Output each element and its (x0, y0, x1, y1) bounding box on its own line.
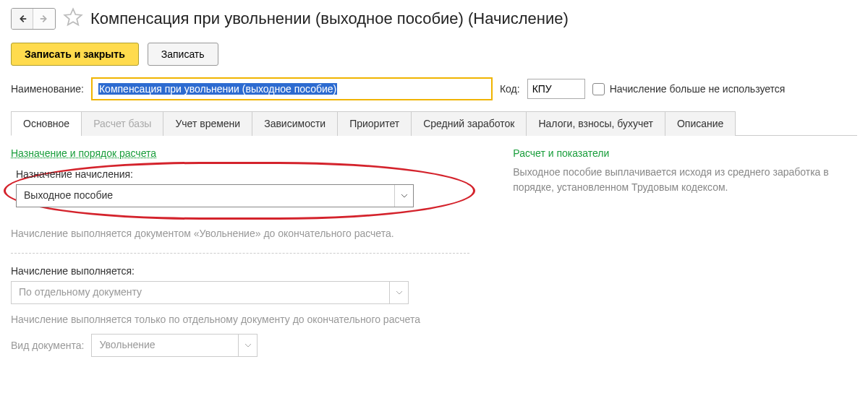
execution-select[interactable]: По отдельному документу (11, 281, 409, 304)
doc-type-select[interactable]: Увольнение (91, 334, 258, 357)
tab-description[interactable]: Описание (665, 111, 736, 136)
highlight-annotation: Назначение начисления: Выходное пособие (4, 162, 475, 220)
chevron-down-icon (389, 282, 408, 303)
tab-avg-earnings[interactable]: Средний заработок (411, 111, 527, 136)
purpose-label: Назначение начисления: (16, 168, 463, 180)
chevron-down-icon (394, 185, 413, 207)
name-input[interactable]: Компенсация при увольнении (выходное пос… (91, 77, 493, 100)
purpose-select[interactable]: Выходное пособие (16, 184, 414, 207)
tabs-bar: Основное Расчет базы Учет времени Зависи… (11, 111, 857, 136)
tab-time[interactable]: Учет времени (163, 111, 252, 136)
page-title: Компенсация при увольнении (выходное пос… (90, 9, 569, 28)
nav-forward-button[interactable] (33, 9, 55, 29)
execution-note: Начисление выполняется только по отдельн… (11, 313, 469, 327)
not-used-checkbox[interactable] (592, 83, 605, 95)
nav-back-button[interactable] (12, 9, 33, 29)
tab-dependencies[interactable]: Зависимости (252, 111, 338, 136)
chevron-down-icon (238, 335, 257, 356)
calc-description: Выходное пособие выплачивается исходя из… (513, 165, 857, 195)
name-label: Наименование: (11, 83, 84, 95)
code-label: Код: (500, 83, 520, 95)
divider (11, 253, 469, 254)
save-and-close-button[interactable]: Записать и закрыть (11, 43, 139, 66)
doc-type-label: Вид документа: (11, 340, 84, 351)
purpose-section-heading[interactable]: Назначение и порядок расчета (11, 147, 156, 159)
tab-main[interactable]: Основное (11, 111, 82, 136)
save-button[interactable]: Записать (148, 43, 218, 66)
execution-label: Начисление выполняется: (11, 265, 469, 277)
tab-priority[interactable]: Приоритет (337, 111, 412, 136)
tab-base-calc[interactable]: Расчет базы (81, 111, 163, 136)
not-used-label: Начисление больше не используется (610, 83, 786, 95)
code-input[interactable] (527, 79, 585, 99)
calc-section-heading: Расчет и показатели (513, 147, 609, 159)
favorite-star-icon[interactable] (63, 7, 83, 30)
purpose-note: Начисление выполняется документом «Уволь… (11, 227, 469, 241)
tab-taxes[interactable]: Налоги, взносы, бухучет (526, 111, 665, 136)
